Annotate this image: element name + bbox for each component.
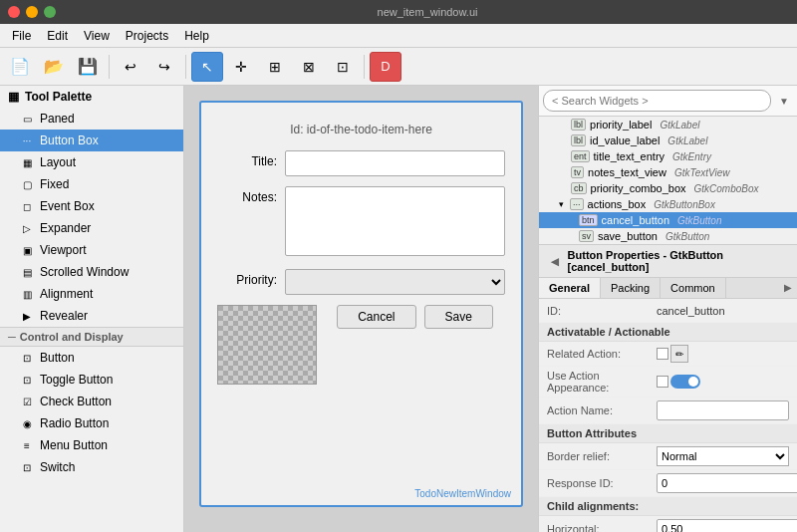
tree-item-cancel-button[interactable]: btn cancel_button GtkButton: [539, 212, 797, 228]
toolbar-debug[interactable]: D: [370, 52, 401, 82]
control-display-dash: ─: [8, 331, 16, 343]
fixed-label: Fixed: [40, 177, 69, 191]
priority-field: [285, 269, 505, 295]
toolbar: 📄 📂 💾 ↩ ↪ ↖ ✛ ⊞ ⊠ ⊡ D: [0, 48, 797, 86]
actions-box-type: GtkButtonBox: [654, 199, 715, 210]
tab-common[interactable]: Common: [661, 278, 726, 298]
sidebar-item-viewport[interactable]: ▣ Viewport: [0, 239, 183, 261]
props-right-arrow[interactable]: ▶: [779, 278, 797, 296]
center-canvas: Id: id-of-the-todo-item-here Title: Note…: [184, 86, 538, 532]
paned-label: Paned: [40, 112, 75, 126]
title-entry-name: title_text_entry: [594, 150, 665, 162]
sidebar-item-fixed[interactable]: ▢ Fixed: [0, 173, 183, 195]
priority-select[interactable]: [285, 269, 505, 295]
toolbar-select[interactable]: ↖: [191, 52, 223, 82]
toolbar-misc[interactable]: ⊠: [293, 52, 325, 82]
notes-label: Notes:: [217, 186, 277, 204]
action-name-input[interactable]: [657, 400, 789, 420]
sidebar-item-revealer[interactable]: ▶ Revealer: [0, 305, 183, 327]
related-action-checkbox[interactable]: [657, 348, 668, 360]
use-action-checkbox[interactable]: [657, 376, 668, 388]
toolbar-separator-1: [109, 55, 110, 79]
viewport-icon: ▣: [20, 243, 34, 257]
toolbar-redo[interactable]: ↪: [148, 52, 180, 82]
priority-label-badge: lbl: [571, 119, 586, 131]
toolbar-undo[interactable]: ↩: [115, 52, 146, 82]
response-id-input[interactable]: [657, 473, 797, 493]
search-down-arrow[interactable]: ▼: [775, 92, 793, 110]
tree-item-priority-combo[interactable]: cb priority_combo_box GtkComboBox: [539, 180, 797, 196]
toolbar-align[interactable]: ⊞: [259, 52, 291, 82]
toolbar-pointer[interactable]: ✛: [225, 52, 257, 82]
cancel-dialog-button[interactable]: Cancel: [337, 305, 415, 329]
priority-label-name: priority_label: [590, 119, 652, 131]
toolbar-drag[interactable]: ⊡: [327, 52, 359, 82]
tab-packing[interactable]: Packing: [601, 278, 661, 298]
notes-input[interactable]: [285, 186, 505, 256]
tree-item-save-button[interactable]: sv save_button GtkButton: [539, 228, 797, 244]
props-left-arrow[interactable]: ◀: [547, 252, 564, 270]
use-action-toggle[interactable]: [670, 375, 700, 389]
notes-view-type: GtkTextView: [674, 167, 730, 178]
menu-edit[interactable]: Edit: [39, 26, 76, 46]
menubutton-icon: ≡: [20, 438, 34, 452]
menu-bar: File Edit View Projects Help: [0, 24, 797, 48]
tree-item-actions-box[interactable]: ▾ ··· actions_box GtkButtonBox: [539, 196, 797, 212]
sidebar-item-radiobutton[interactable]: ◉ Radio Button: [0, 412, 183, 434]
title-label: Title:: [217, 150, 277, 168]
radiobutton-icon: ◉: [20, 416, 34, 430]
tree-item-title-entry[interactable]: ent title_text_entry GtkEntry: [539, 148, 797, 164]
sidebar-item-paned[interactable]: ▭ Paned: [0, 108, 183, 130]
image-placeholder: [217, 305, 317, 385]
horizontal-value: − +: [657, 519, 797, 532]
close-button[interactable]: [8, 6, 20, 18]
tree-item-priority-label[interactable]: lbl priority_label GtkLabel: [539, 117, 797, 133]
actions-box-badge: ···: [570, 198, 584, 210]
revealer-icon: ▶: [20, 309, 34, 323]
expander-icon: ▷: [20, 221, 34, 235]
widget-tree: lbl priority_label GtkLabel lbl id_value…: [539, 117, 797, 245]
toolbar-save[interactable]: 💾: [72, 52, 104, 82]
sidebar-item-alignment[interactable]: ▥ Alignment: [0, 283, 183, 305]
sidebar-item-expander[interactable]: ▷ Expander: [0, 217, 183, 239]
sidebar-item-checkbutton[interactable]: ☑ Check Button: [0, 391, 183, 412]
maximize-button[interactable]: [44, 6, 56, 18]
title-input[interactable]: [285, 150, 505, 176]
menu-projects[interactable]: Projects: [118, 26, 176, 46]
search-bar: ▼: [539, 86, 797, 117]
minimize-button[interactable]: [26, 6, 38, 18]
action-name-row: Action Name:: [539, 398, 797, 424]
window-controls[interactable]: [8, 6, 56, 18]
sidebar-item-button[interactable]: ⊡ Button: [0, 347, 183, 369]
tool-palette-header[interactable]: ▦ Tool Palette: [0, 86, 183, 108]
expander-label: Expander: [40, 221, 91, 235]
tab-general[interactable]: General: [539, 278, 601, 298]
sidebar-item-togglebutton[interactable]: ⊡ Toggle Button: [0, 369, 183, 391]
button-label: Button: [40, 351, 75, 365]
sidebar-item-layout[interactable]: ▦ Layout: [0, 151, 183, 173]
idvalue-label-badge: lbl: [571, 134, 586, 146]
layout-icon: ▦: [20, 155, 34, 169]
sidebar-item-menubutton[interactable]: ≡ Menu Button: [0, 434, 183, 456]
sidebar-item-buttonbox[interactable]: ··· Button Box: [0, 130, 183, 151]
save-dialog-button[interactable]: Save: [424, 305, 493, 329]
sidebar-item-switch[interactable]: ⊡ Switch: [0, 456, 183, 478]
horizontal-input[interactable]: [657, 519, 797, 532]
related-action-edit[interactable]: ✏: [670, 345, 688, 363]
widget-search-input[interactable]: [543, 90, 771, 112]
notes-view-name: notes_text_view: [588, 166, 666, 178]
tree-item-notes-view[interactable]: tv notes_text_view GtkTextView: [539, 164, 797, 180]
title-field: [285, 150, 505, 176]
menu-help[interactable]: Help: [176, 26, 217, 46]
menu-view[interactable]: View: [76, 26, 118, 46]
notes-view-badge: tv: [571, 166, 584, 178]
left-panel: ▦ Tool Palette ▭ Paned ··· Button Box ▦ …: [0, 86, 184, 532]
use-action-label: Use Action Appearance:: [547, 370, 657, 394]
toolbar-new[interactable]: 📄: [4, 52, 36, 82]
border-relief-select[interactable]: Normal: [657, 446, 789, 466]
menu-file[interactable]: File: [4, 26, 39, 46]
toolbar-open[interactable]: 📂: [38, 52, 70, 82]
sidebar-item-eventbox[interactable]: ◻ Event Box: [0, 195, 183, 217]
tree-item-idvalue-label[interactable]: lbl id_value_label GtkLabel: [539, 133, 797, 148]
sidebar-item-scrolledwindow[interactable]: ▤ Scrolled Window: [0, 261, 183, 283]
